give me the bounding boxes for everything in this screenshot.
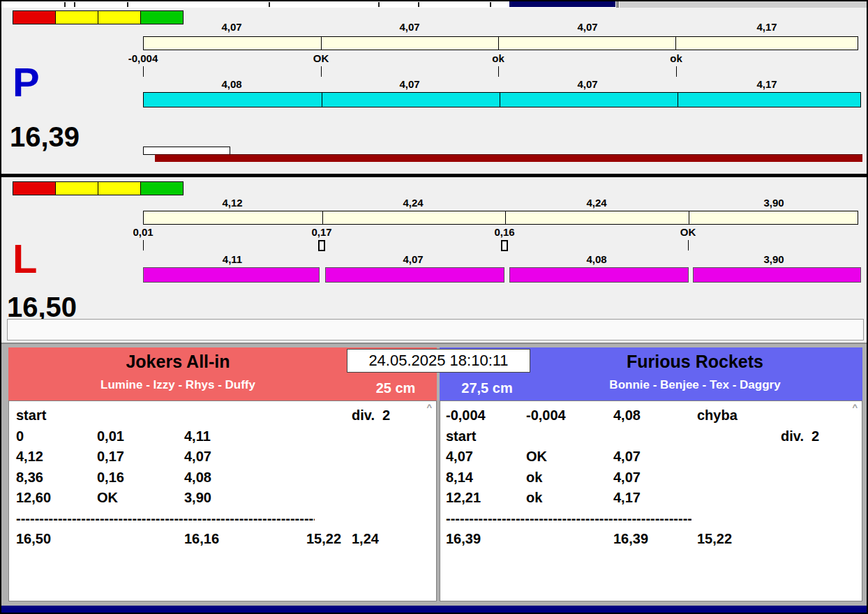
datetime-text: 24.05.2025 18:10:11	[368, 352, 508, 369]
lane-letter-p: P	[13, 62, 40, 103]
splits-bar-bottom-p	[143, 92, 861, 107]
lane-letter-l: L	[13, 239, 37, 279]
team-name: Furious Rockets	[529, 352, 861, 372]
changeover-mark: 0,16	[494, 226, 514, 238]
split-time-label: 4,12	[222, 197, 242, 209]
magenta-segment	[509, 267, 689, 283]
result-cell: start	[16, 405, 97, 426]
split-time-label: 4,17	[756, 21, 777, 33]
bar-separator	[321, 37, 322, 50]
split-time-label: 4,08	[586, 253, 606, 265]
separator-row: ----------------------------------------…	[9, 509, 436, 530]
results-sheet-right[interactable]: ^ -0,004-0,0044,08chyba startdiv. 2 4,07…	[440, 400, 862, 601]
footer-bar	[1, 606, 867, 614]
split-time-label: 4,07	[399, 78, 419, 90]
results-sheet-left[interactable]: ^ startdiv. 2 00,014,11 4,120,174,07 8,3…	[8, 400, 437, 601]
tick-mark	[498, 66, 499, 77]
lane-total-p: 16,39	[10, 123, 80, 151]
changeover-mark: OK	[680, 226, 696, 238]
traffic-light-green	[140, 10, 184, 24]
clipped-glyph	[378, 2, 380, 7]
clipped-glyph	[64, 2, 66, 7]
changeover-mark: 0,17	[311, 226, 331, 238]
tick-mark	[321, 66, 322, 77]
split-time-label: 4,07	[403, 253, 423, 265]
clipped-window-fragment	[509, 1, 615, 7]
traffic-light-yellow-2	[98, 10, 141, 24]
team-members: Bonnie - Benjee - Tex - Daggry	[529, 378, 861, 392]
fault-label: chyba	[697, 405, 781, 426]
bar-separator	[505, 211, 506, 224]
bar-separator	[675, 37, 676, 50]
tick-mark	[143, 240, 144, 250]
traffic-light-l	[13, 181, 184, 195]
clipped-glyph	[269, 2, 270, 7]
magenta-segment	[693, 267, 861, 283]
datetime-box: 24.05.2025 18:10:11	[347, 349, 530, 373]
total-row: 16,5016,1615,221,24	[9, 529, 436, 550]
result-row: 4,120,174,07	[9, 447, 436, 467]
split-time-label: 4,08	[221, 78, 241, 90]
split-time-label: 4,07	[577, 21, 597, 33]
traffic-light-red	[13, 181, 56, 195]
splits-bar-bottom-l	[143, 267, 861, 283]
magenta-segment	[325, 267, 504, 283]
division-label: div. 2	[352, 405, 436, 426]
splits-bar-top-p	[143, 36, 858, 50]
team-panel-left: Jokers All-in Lumine - Izzy - Rhys - Duf…	[8, 347, 437, 601]
traffic-light-red	[13, 10, 56, 24]
split-time-label: 4,24	[586, 197, 606, 209]
results-section: Jokers All-in Lumine - Izzy - Rhys - Duf…	[1, 343, 867, 606]
split-time-label: 4,07	[577, 78, 597, 90]
separator-row: ----------------------------------------…	[440, 509, 862, 530]
team-panel-right: Furious Rockets Bonnie - Benjee - Tex - …	[440, 347, 862, 601]
result-row: 8,14ok4,07	[440, 467, 862, 488]
bar-separator	[322, 211, 323, 224]
scoreboard-window: 4,07 4,07 4,07 4,17 -0,004 OK ok ok 4,08…	[0, 0, 868, 614]
bar-separator	[678, 93, 678, 107]
split-time-label: 4,07	[399, 21, 419, 33]
changeover-mark: ok	[492, 52, 504, 64]
clipped-glyph	[490, 2, 491, 7]
traffic-light-p	[13, 10, 184, 24]
split-time-label: 4,11	[223, 253, 242, 265]
result-row: startdiv. 2	[9, 405, 436, 426]
bar-separator	[322, 93, 322, 107]
tick-mark	[143, 66, 144, 77]
changeover-mark: -0,004	[128, 52, 158, 64]
bar-separator	[498, 37, 499, 50]
traffic-light-yellow-1	[55, 181, 98, 195]
clipped-divider	[616, 1, 619, 8]
changeover-mark: 0,01	[133, 226, 153, 238]
tick-mark	[676, 66, 677, 77]
result-row: 4,07OK4,07	[440, 447, 862, 467]
missing-glyph-box	[501, 240, 508, 251]
traffic-light-green	[140, 181, 184, 195]
changeover-mark: ok	[670, 52, 682, 64]
bar-separator	[689, 211, 689, 224]
split-time-label: 3,90	[763, 253, 784, 265]
magenta-segment	[143, 267, 320, 283]
bar-separator	[500, 93, 500, 107]
clipped-gray-area	[620, 1, 867, 8]
split-time-label: 4,17	[756, 78, 777, 90]
traffic-light-yellow-2	[98, 181, 141, 195]
race-progress-bar	[155, 154, 862, 162]
clipped-glyph	[74, 2, 75, 7]
clipped-top-edge	[1, 1, 867, 8]
scroll-up-icon[interactable]: ^	[426, 403, 432, 412]
splits-bar-top-l	[143, 211, 858, 225]
scroll-up-icon[interactable]: ^	[852, 403, 858, 412]
result-row: 00,014,11	[9, 426, 436, 447]
division-label: div. 2	[781, 426, 862, 447]
missing-glyph-box	[318, 240, 325, 251]
jump-height-label: 27,5 cm	[448, 380, 526, 396]
status-strip	[7, 319, 864, 340]
split-time-label: 3,90	[763, 197, 784, 209]
traffic-light-yellow-1	[55, 10, 98, 24]
lane-panel-p: 4,07 4,07 4,07 4,17 -0,004 OK ok ok 4,08…	[1, 8, 867, 174]
team-members: Lumine - Izzy - Rhys - Duffy	[8, 378, 347, 392]
result-row: 8,360,164,08	[9, 467, 436, 488]
split-time-label: 4,24	[403, 197, 423, 209]
result-row: startdiv. 2	[440, 426, 862, 447]
